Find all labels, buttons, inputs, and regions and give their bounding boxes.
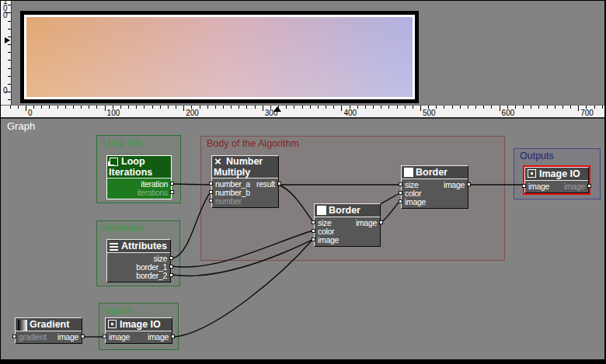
input-port-size[interactable] <box>312 220 315 224</box>
node-row: imageimage <box>106 333 172 341</box>
app-window: 100 0 0100200300400500600700 Graph Loop … <box>0 0 606 364</box>
imageio-icon <box>108 320 117 328</box>
imageio-icon <box>528 169 536 178</box>
port-label-result: result <box>256 180 275 189</box>
loop-icon <box>110 158 118 166</box>
input-port-number_a[interactable] <box>209 182 213 185</box>
node-border-2[interactable]: Bordersizeimagecolorimage <box>401 165 468 209</box>
node-loop-iterations[interactable]: LoopIterationsiterationiterations <box>106 155 172 199</box>
port-label-iterations: iterations <box>137 189 168 197</box>
input-port-image[interactable] <box>522 184 526 188</box>
node-rows: sizeborder_1border_2 <box>107 253 170 282</box>
port-label-image: image <box>444 181 465 189</box>
input-port-number_b[interactable] <box>209 190 213 194</box>
node-header: ×NumberMultiply <box>212 156 278 179</box>
wire[interactable] <box>172 184 210 185</box>
input-port-color[interactable] <box>312 229 315 233</box>
node-row: gradientimage <box>16 333 82 341</box>
node-header: Image IO <box>525 168 588 181</box>
output-port-border_1[interactable] <box>169 265 173 269</box>
output-port-image[interactable] <box>587 184 591 188</box>
wire[interactable] <box>279 185 313 222</box>
input-port-image[interactable] <box>399 199 402 203</box>
node-row: imageimage <box>525 182 588 191</box>
output-port-image[interactable] <box>171 335 175 338</box>
input-port-image[interactable] <box>103 335 106 338</box>
port-label-number: number <box>215 197 242 206</box>
port-label-image: image <box>564 182 585 191</box>
node-title: Number <box>212 156 278 167</box>
border-icon <box>404 168 413 177</box>
node-row: image <box>402 198 468 206</box>
node-header: Image IO <box>106 318 172 331</box>
node-rows: gradientimage <box>16 331 82 343</box>
node-title: Iterations <box>107 167 171 178</box>
port-label-image: image <box>148 333 169 341</box>
node-gradient[interactable]: Gradientgradientimage <box>15 317 82 344</box>
node-row: iterations <box>107 189 171 197</box>
output-port-image[interactable] <box>81 335 85 338</box>
node-rows: sizeimagecolorimage <box>402 179 468 208</box>
wire[interactable] <box>172 193 210 258</box>
output-port-result[interactable] <box>277 182 281 185</box>
input-port-size[interactable] <box>399 182 402 186</box>
output-port-size[interactable] <box>169 256 173 260</box>
editor-content: 100 0 0100200300400500600700 Graph Loop … <box>1 1 604 359</box>
node-header: Attributes <box>107 240 170 253</box>
node-header: Border <box>315 204 380 217</box>
node-rows: iterationiterations <box>107 179 171 199</box>
port-label-image: image <box>405 198 426 206</box>
port-label-image: image <box>528 182 549 191</box>
wire-layer <box>1 1 604 359</box>
node-row: border_2 <box>107 272 170 280</box>
output-port-iterations[interactable] <box>170 190 174 194</box>
node-attributes[interactable]: Attributessizeborder_1border_2 <box>106 239 171 283</box>
node-image-io-input[interactable]: Image IOimageimage <box>105 317 172 344</box>
port-label-border_2: border_2 <box>136 272 167 280</box>
node-title: Multiply <box>212 167 278 178</box>
node-border-1[interactable]: Bordersizeimagecolorimage <box>314 203 381 247</box>
node-header: Gradient <box>16 318 82 331</box>
border-icon <box>317 206 326 215</box>
wire[interactable] <box>381 202 399 222</box>
port-label-image: image <box>356 219 377 227</box>
output-port-iteration[interactable] <box>170 182 174 185</box>
wire[interactable] <box>174 239 313 337</box>
input-port-color[interactable] <box>399 191 402 195</box>
port-label-image: image <box>318 236 339 244</box>
node-header: LoopIterations <box>107 156 171 179</box>
output-port-border_2[interactable] <box>169 273 173 277</box>
node-number-multiply[interactable]: ×NumberMultiplynumber_aresultnumber_bnum… <box>211 155 279 208</box>
input-port-image[interactable] <box>312 237 315 241</box>
node-image-io-output[interactable]: Image IOimageimage <box>524 167 589 193</box>
input-port-gradient[interactable] <box>12 335 16 338</box>
port-label-image: image <box>57 333 78 341</box>
node-rows: number_aresultnumber_bnumber <box>212 179 278 207</box>
node-row: number <box>212 197 278 206</box>
node-row: image <box>315 236 380 244</box>
output-port-image[interactable] <box>467 182 471 186</box>
port-label-gradient: gradient <box>19 333 47 341</box>
output-port-image[interactable] <box>379 220 383 224</box>
input-port-number[interactable] <box>209 199 213 203</box>
port-label-image: image <box>109 333 130 341</box>
gradient-icon <box>18 320 27 331</box>
multiply-icon: × <box>214 156 221 166</box>
attributes-icon <box>110 243 118 251</box>
node-rows: sizeimagecolorimage <box>315 217 380 246</box>
node-header: Border <box>402 166 468 179</box>
node-rows: imageimage <box>525 181 588 192</box>
node-rows: imageimage <box>106 331 172 343</box>
